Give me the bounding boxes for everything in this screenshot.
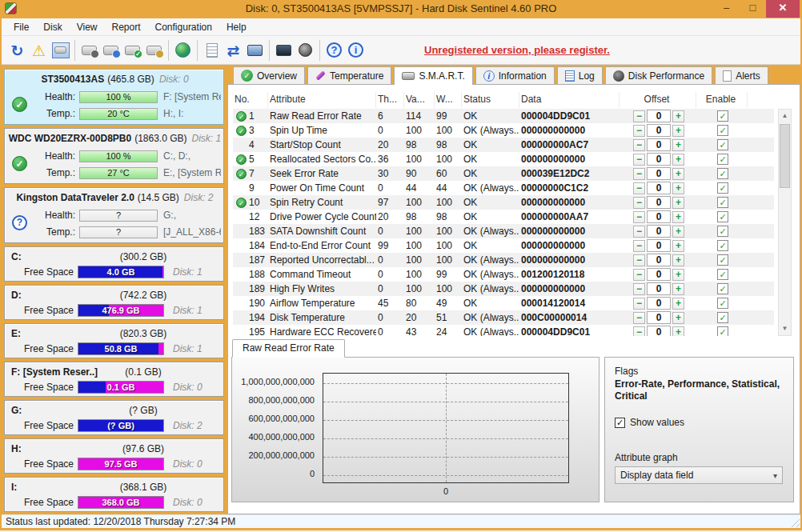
offset-minus-button[interactable]: − <box>633 283 645 295</box>
offset-value[interactable]: 0 <box>647 297 671 310</box>
menu-item-disk[interactable]: Disk <box>36 19 69 35</box>
offset-value[interactable]: 0 <box>647 110 671 122</box>
show-values-checkbox[interactable]: ✓ <box>615 418 625 428</box>
enable-checkbox[interactable]: ✓ <box>717 312 728 323</box>
enable-checkbox[interactable]: ✓ <box>717 211 728 222</box>
enable-checkbox[interactable]: ✓ <box>717 298 728 309</box>
globe-disk-icon[interactable] <box>172 39 194 61</box>
test-icon[interactable] <box>273 39 295 61</box>
offset-plus-button[interactable]: + <box>672 312 684 324</box>
offset-minus-button[interactable]: − <box>633 139 645 151</box>
offset-plus-button[interactable]: + <box>672 226 684 238</box>
offset-plus-button[interactable]: + <box>672 254 684 266</box>
column-header[interactable]: Offset <box>620 92 696 108</box>
tab-alerts[interactable]: Alerts <box>715 66 768 84</box>
tab-overview[interactable]: ✓Overview <box>233 66 305 84</box>
volume-card[interactable]: E:(820.3 GB)Free Space50.8 GBDisk: 1 <box>4 323 224 358</box>
offset-minus-button[interactable]: − <box>633 110 645 122</box>
offset-plus-button[interactable]: + <box>672 168 684 180</box>
disk-clock-icon[interactable] <box>100 39 122 61</box>
disk-check-icon[interactable]: ✓ <box>122 39 143 61</box>
offset-value[interactable]: 0 <box>647 153 671 166</box>
volume-card[interactable]: I:(368.1 GB)Free Space368.0 GBDisk: 0 <box>4 477 224 512</box>
offset-minus-button[interactable]: − <box>633 125 645 137</box>
disk-card[interactable]: ST3500413AS(465.8 GB)Disk: 0✓Health:100 … <box>4 69 224 125</box>
menu-item-configuration[interactable]: Configuration <box>148 19 219 35</box>
volume-card[interactable]: F: [System Reser..](0.1 GB)Free Space0.1… <box>4 362 224 397</box>
offset-minus-button[interactable]: − <box>633 226 645 238</box>
offset-minus-button[interactable]: − <box>633 254 645 266</box>
offset-value[interactable]: 0 <box>647 124 671 137</box>
table-row[interactable]: 184End-to-End Error Count99100100OK00000… <box>233 238 774 253</box>
offset-value[interactable]: 0 <box>647 210 671 223</box>
offset-minus-button[interactable]: − <box>633 240 645 252</box>
network-icon[interactable] <box>244 39 266 61</box>
enable-checkbox[interactable]: ✓ <box>717 154 728 165</box>
offset-value[interactable]: 0 <box>647 182 671 194</box>
offset-plus-button[interactable]: + <box>672 298 684 310</box>
disk-box-icon[interactable] <box>50 39 71 61</box>
menu-item-view[interactable]: View <box>70 19 105 35</box>
offset-minus-button[interactable]: − <box>633 182 645 194</box>
sync-icon[interactable]: ⇄ <box>223 39 244 61</box>
volume-card[interactable]: C:(300.2 GB)Free Space4.0 GBDisk: 1 <box>4 246 224 282</box>
enable-checkbox[interactable]: ✓ <box>717 269 728 280</box>
offset-minus-button[interactable]: − <box>633 298 645 310</box>
offset-plus-button[interactable]: + <box>672 139 684 151</box>
menu-item-file[interactable]: File <box>6 19 36 35</box>
offset-plus-button[interactable]: + <box>672 211 684 223</box>
offset-plus-button[interactable]: + <box>672 269 684 281</box>
offset-value[interactable]: 0 <box>647 282 671 295</box>
table-row[interactable]: 188Command Timeout010099OK (Always...001… <box>233 267 774 282</box>
enable-checkbox[interactable]: ✓ <box>717 197 728 208</box>
offset-value[interactable]: 0 <box>647 138 671 151</box>
offset-plus-button[interactable]: + <box>672 283 684 295</box>
column-header[interactable]: Th... <box>376 92 404 108</box>
offset-minus-button[interactable]: − <box>633 211 645 223</box>
table-row[interactable]: 183SATA Downshift Count0100100OK (Always… <box>233 224 774 238</box>
table-row[interactable]: 9Power On Time Count04444OK (Always...00… <box>233 181 774 195</box>
volume-card[interactable]: H:(97.6 GB)Free Space97.5 GBDisk: 0 <box>4 438 224 474</box>
enable-checkbox[interactable]: ✓ <box>717 326 728 336</box>
offset-value[interactable]: 0 <box>647 167 671 180</box>
menu-item-help[interactable]: Help <box>219 19 254 35</box>
table-row[interactable]: 187Reported Uncorrectabl...0100100OK (Al… <box>233 253 774 267</box>
tab-disk-performance[interactable]: Disk Performance <box>605 66 712 84</box>
table-row[interactable]: ✓1Raw Read Error Rate611499OK000004DD9C0… <box>233 109 774 123</box>
column-header[interactable]: Status <box>462 92 519 108</box>
offset-value[interactable]: 0 <box>647 326 671 336</box>
column-header[interactable]: Attribute <box>268 92 376 108</box>
scroll-down-arrow[interactable]: ▼ <box>779 322 791 335</box>
disk-card[interactable]: Kingston DataTraveler 2.0(14.5 GB)Disk: … <box>4 187 224 243</box>
offset-plus-button[interactable]: + <box>672 326 684 337</box>
column-header[interactable]: Enable <box>696 92 748 108</box>
tab-information[interactable]: iInformation <box>475 66 555 84</box>
table-row[interactable]: 190Airflow Temperature458049OK0000141200… <box>233 296 774 310</box>
offset-minus-button[interactable]: − <box>633 312 645 324</box>
report-icon[interactable] <box>201 39 223 61</box>
offset-minus-button[interactable]: − <box>633 168 645 180</box>
graph-tab[interactable]: Raw Read Error Rate <box>232 339 345 358</box>
table-row[interactable]: ✓7Seek Error Rate309060OK000039E12DC2−0+… <box>233 166 774 181</box>
offset-plus-button[interactable]: + <box>672 125 684 137</box>
warning-icon[interactable]: ⚠ <box>28 39 50 61</box>
table-row[interactable]: 12Drive Power Cycle Count209898OK0000000… <box>233 210 774 224</box>
minimize-button[interactable]: – <box>713 0 740 18</box>
offset-plus-button[interactable]: + <box>672 154 684 166</box>
refresh-icon[interactable]: ↻ <box>6 39 28 61</box>
offset-minus-button[interactable]: − <box>633 269 645 281</box>
offset-plus-button[interactable]: + <box>672 197 684 209</box>
enable-checkbox[interactable]: ✓ <box>717 125 728 136</box>
offset-value[interactable]: 0 <box>647 254 671 266</box>
column-header[interactable]: Va... <box>404 92 435 108</box>
info-icon[interactable]: i <box>345 39 367 61</box>
tab-temperature[interactable]: Temperature <box>307 66 391 84</box>
enable-checkbox[interactable]: ✓ <box>717 240 728 251</box>
column-header[interactable]: W... <box>435 92 462 108</box>
disk-card[interactable]: WDC WD20EZRX-00D8PB0(1863.0 GB)Disk: 1✓H… <box>4 128 224 184</box>
show-values-checkbox-row[interactable]: ✓ Show values <box>615 417 784 428</box>
column-header[interactable]: No. <box>233 92 268 108</box>
tab-s-m-a-r-t-[interactable]: S.M.A.R.T. <box>394 66 472 85</box>
enable-checkbox[interactable]: ✓ <box>717 168 728 179</box>
offset-minus-button[interactable]: − <box>633 326 645 337</box>
